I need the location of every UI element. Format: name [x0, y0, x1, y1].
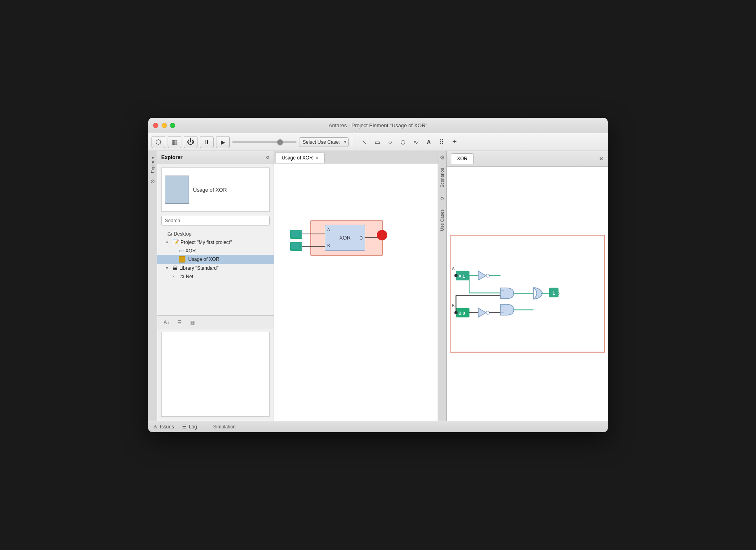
rect-tool[interactable]: ▭ [372, 136, 383, 148]
tab-xor[interactable]: XOR [451, 153, 474, 164]
preview-box: Usage of XOR [161, 167, 270, 212]
drawing-tools: ↖ ▭ ○ ⬡ ∿ A ⠿ + [359, 136, 460, 148]
circle-tool[interactable]: ○ [384, 136, 396, 148]
polygon-tool[interactable]: ⬡ [397, 136, 409, 148]
explorer-empty-area [161, 332, 270, 417]
svg-text:0: 0 [463, 311, 465, 316]
svg-text:1: 1 [463, 274, 465, 279]
canvas-area: Usage of XOR ✕ → [274, 151, 438, 421]
layout-button[interactable]: ▦ [168, 136, 181, 148]
wires-svg [274, 163, 438, 421]
speed-slider[interactable] [232, 141, 297, 143]
gold-icon [179, 256, 185, 263]
scenarios-label[interactable]: Scenarios [439, 166, 445, 189]
sidebar-tab: Explorer ⊘ [148, 151, 157, 421]
sort-button[interactable]: A↓ [161, 318, 172, 327]
pin-a-svg: → [291, 230, 302, 238]
titlebar: Antares - Project Element "Usage of XOR" [148, 118, 608, 133]
list-view-button[interactable]: ☰ [174, 318, 185, 327]
tree-label: Project "My first project" [181, 240, 232, 245]
explorer-title: Explorer [161, 154, 183, 160]
tree-label: XOR [185, 248, 196, 254]
tab-usage-xor[interactable]: Usage of XOR ✕ [276, 153, 325, 163]
cursor-tool[interactable]: ↖ [359, 136, 370, 148]
tree-item-project[interactable]: ▾ 📝 Project "My first project" [157, 238, 274, 246]
chevron-down-icon: ▾ [166, 266, 171, 270]
pause-button[interactable]: ⏸ [200, 136, 214, 148]
use-cases-circle-icon: ○ [440, 195, 444, 202]
use-cases-label[interactable]: Use Cases [439, 208, 445, 233]
xor-center-label: XOR [339, 235, 351, 241]
line-tool[interactable]: ∿ [410, 136, 422, 148]
use-case-wrapper: Select Use Case: ▾ [299, 137, 349, 147]
chevron-right-icon: › [172, 274, 177, 279]
preview-thumbnail [165, 176, 189, 204]
main-canvas-content[interactable]: → → [274, 163, 438, 421]
svg-text:B: B [452, 304, 455, 308]
folder-icon: 🗂 [167, 231, 172, 237]
tab-label: Usage of XOR [282, 155, 313, 161]
canvas-tabs: Usage of XOR ✕ [274, 151, 438, 163]
hub-icon: ⬡ [156, 138, 161, 146]
tree-label: Library "Standard" [179, 265, 218, 271]
add-tool[interactable]: + [449, 136, 460, 148]
module-icon: ▭ [179, 248, 184, 254]
tree-item-desktop[interactable]: 🗂 Desktop [157, 230, 274, 238]
search-box [161, 216, 270, 225]
pause-icon: ⏸ [204, 139, 210, 146]
block-icon[interactable]: ⊘ [150, 178, 155, 184]
play-button[interactable]: ▶ [216, 136, 230, 148]
minimize-button[interactable] [162, 123, 167, 128]
svg-text:→: → [295, 245, 298, 249]
xor-tabs: XOR [447, 151, 478, 166]
text-tool[interactable]: A [423, 136, 434, 148]
tree-label: Net [186, 274, 193, 279]
svg-text:A: A [459, 274, 462, 279]
close-icon[interactable]: ✕ [315, 155, 319, 161]
xor-close-icon[interactable]: ✕ [599, 155, 604, 162]
pin-b-input: → [290, 242, 302, 251]
collapse-button[interactable]: « [266, 153, 270, 161]
svg-point-22 [486, 274, 489, 277]
use-case-select[interactable]: Select Use Case: [299, 137, 349, 147]
file-tree: 🗂 Desktop ▾ 📝 Project "My first project"… [157, 228, 274, 315]
grid-icon: ▦ [190, 320, 195, 325]
library-icon: 🏛 [172, 265, 178, 271]
xor-detail-header: XOR ✕ [447, 151, 608, 167]
close-button[interactable] [153, 123, 158, 128]
svg-text:A: A [452, 267, 455, 271]
explorer-panel: Explorer « Usage of XOR 🗂 Desktop [157, 151, 274, 421]
explorer-toolbar: A↓ ☰ ▦ [157, 315, 274, 329]
diagram-canvas: → → [274, 163, 438, 421]
main-area: Explorer ⊘ Explorer « Usage of XOR [148, 151, 608, 421]
hub-button[interactable]: ⬡ [152, 136, 165, 148]
tree-item-usage-xor[interactable]: Usage of XOR [157, 255, 274, 264]
tree-item-library[interactable]: ▾ 🏛 Library "Standard" [157, 264, 274, 272]
log-label: Log [189, 424, 197, 430]
window-controls [153, 123, 175, 128]
xor-tab-label: XOR [457, 156, 467, 161]
grid-view-button[interactable]: ▦ [187, 318, 197, 327]
tree-item-xor[interactable]: ▭ XOR [157, 246, 274, 255]
toolbar-separator [352, 137, 352, 147]
grid-tool[interactable]: ⠿ [436, 136, 447, 148]
power-button[interactable]: ⏻ [184, 136, 197, 148]
svg-point-17 [454, 274, 457, 277]
gear-icon[interactable]: ⚙ [440, 154, 445, 161]
speed-slider-container [232, 141, 297, 143]
tree-item-net[interactable]: › 🗂 Net [157, 272, 274, 281]
search-input[interactable] [161, 216, 270, 225]
tree-label: Usage of XOR [188, 256, 219, 262]
issues-label: Issues [160, 424, 174, 430]
tree-label: Desktop [174, 231, 191, 237]
log-status[interactable]: ☰ Log [182, 424, 197, 430]
maximize-button[interactable] [170, 123, 175, 128]
logic-gates-svg: A 1 B 0 [447, 167, 608, 421]
list-icon: ☰ [177, 320, 182, 325]
svg-text:1: 1 [552, 291, 555, 296]
log-icon: ☰ [182, 424, 187, 430]
explorer-tab[interactable]: Explorer [150, 154, 156, 176]
issues-status[interactable]: ⚠ Issues [153, 424, 174, 430]
pin-b-svg: → [291, 242, 302, 250]
pin-a-input: → [290, 230, 302, 239]
